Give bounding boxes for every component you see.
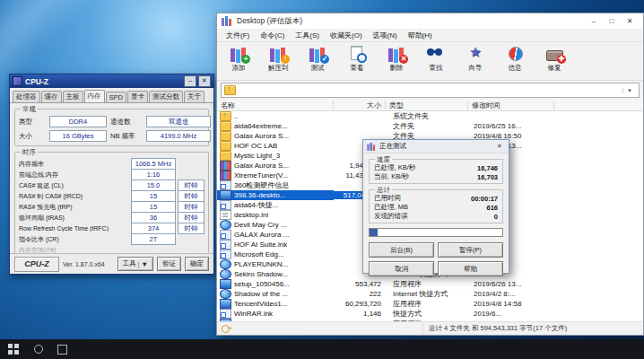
menu-item[interactable]: 收藏夹(O) — [325, 31, 368, 40]
stat-label: 已处理, MB — [374, 203, 408, 212]
file-type: 应用程序 — [386, 299, 468, 309]
cpuz-window-title: CPU-Z — [25, 77, 182, 86]
file-row[interactable]: TencentVideo1... 60,293,720 应用程序 2019/4/… — [217, 299, 643, 309]
file-row[interactable]: .. 系统文件夹 — [217, 111, 643, 121]
stat-value: 0 — [494, 213, 498, 221]
dialog-titlebar[interactable]: 正在测试 ✕ — [363, 140, 509, 153]
file-name: 398.36-deskto... — [234, 191, 285, 199]
toolbar-button[interactable]: 解压到 — [258, 43, 298, 79]
dialog-button[interactable]: 帮助 — [438, 261, 503, 276]
toolbar-button[interactable]: 删除 — [377, 43, 416, 79]
column-header[interactable]: 类型 — [386, 101, 468, 110]
tools-button[interactable]: 工具 | ▼ — [117, 257, 153, 271]
timing-label: 前端总线:内存 — [19, 171, 131, 180]
cpuz-tab[interactable]: 内存 — [84, 90, 105, 102]
toolbar-button[interactable]: 添加 — [219, 43, 258, 79]
timing-row: Row Refresh Cycle Time (tRFC) 374 时钟 — [19, 223, 205, 233]
file-modified: 2019/4/2 8:... — [468, 290, 554, 298]
taskbar-search-icon[interactable] — [27, 339, 50, 359]
folder-icon — [220, 151, 231, 161]
start-button[interactable] — [0, 339, 27, 359]
toolbar-button[interactable]: 信息 — [495, 43, 535, 79]
file-row[interactable]: setup_1050456... 553,472 应用程序 2019/6/26 … — [217, 279, 643, 289]
windows-logo-icon — [8, 344, 19, 355]
column-header[interactable]: 修改时间 — [468, 101, 554, 110]
add-icon — [227, 45, 250, 63]
file-row[interactable]: aida64extreme... 文件夹 2019/6/25 16... — [217, 121, 643, 131]
ok-button[interactable]: 确定 — [185, 257, 209, 271]
toolbar: 添加 解压到 测试 查看 删除 — [217, 42, 643, 81]
tools-button-label: 工具 — [123, 259, 136, 268]
progress-bar-fill — [370, 229, 378, 236]
chevron-down-icon[interactable]: ▼ — [622, 88, 636, 93]
file-name: desktop.ini — [234, 211, 268, 219]
dialog-button[interactable]: 后台(B) — [369, 242, 434, 258]
toolbar-button-label: 删除 — [390, 64, 404, 73]
file-type: 系统文件夹 — [386, 111, 468, 121]
dialog-button[interactable]: 取消 — [369, 261, 434, 276]
menu-item[interactable]: 命令(C) — [255, 31, 290, 40]
menu-item[interactable]: 文件(F) — [221, 31, 255, 40]
cpuz-titlebar[interactable]: CPU-Z – ✕ — [10, 74, 213, 88]
toolbar-button[interactable]: 查看 — [337, 43, 377, 79]
file-name: Galax Aurora S... — [234, 162, 289, 170]
toolbar-button-label: 信息 — [509, 64, 522, 73]
toolbar-button-label: 修复 — [548, 64, 561, 73]
lnk-icon — [220, 200, 231, 210]
dialog-buttons: 后台(B) 暂停(P) 取消 帮助 — [369, 242, 503, 276]
cpuz-tab[interactable]: 显卡 — [127, 91, 148, 102]
column-header[interactable]: 大小 — [334, 101, 386, 110]
validate-button[interactable]: 验证 — [157, 257, 181, 271]
status-bar: 总计 4 文件夹 和 594,543,331 字节(17 个文件) — [217, 321, 643, 335]
rar-icon — [220, 171, 231, 180]
stat-label: 已处理, KB/秒 — [374, 163, 415, 172]
task-view-icon[interactable] — [50, 339, 74, 359]
status-totals: 总计 4 文件夹 和 594,543,331 字节(17 个文件) — [423, 324, 643, 333]
file-name: WinRAR.lnk — [234, 310, 273, 318]
file-row[interactable]: Shadow of the ... 222 Internet 快捷方式 2019… — [217, 289, 643, 299]
dialog-button[interactable]: 暂停(P) — [438, 242, 503, 258]
menu-item[interactable]: 选项(N) — [368, 31, 403, 40]
menu-item[interactable]: 帮助(H) — [403, 31, 438, 40]
winrar-titlebar[interactable]: Desktop (评估版本) – □ ✕ — [217, 13, 643, 29]
cpuz-tab[interactable]: SPD — [106, 92, 126, 102]
toolbar-button[interactable]: 修复 — [535, 43, 574, 79]
file-name: HOF OC LAB — [234, 142, 277, 150]
cpuz-tab[interactable]: 主板 — [63, 91, 83, 102]
address-combobox[interactable]: ▼ — [221, 83, 640, 98]
cpuz-tab[interactable]: 关于 — [184, 91, 205, 102]
cpuz-tab[interactable]: 处理器 — [13, 91, 40, 102]
menu-item[interactable]: 工具(S) — [290, 31, 325, 40]
maximize-button[interactable]: □ — [603, 15, 621, 28]
cpuz-tab-strip: 处理器 缓存 主板 内存 SPD 显卡 测试分数 关于 — [10, 88, 213, 103]
timing-value: 2T — [131, 233, 176, 245]
file-name: Shadow of the ... — [234, 290, 288, 298]
lnk-icon — [220, 240, 231, 250]
minimize-button[interactable]: – — [184, 75, 196, 87]
cpuz-tab[interactable]: 缓存 — [41, 91, 62, 102]
toolbar-button-label: 测试 — [311, 64, 325, 73]
cpuz-tab[interactable]: 测试分数 — [149, 91, 183, 102]
taskbar — [0, 339, 644, 359]
column-header[interactable]: 名称 — [217, 101, 334, 110]
close-icon[interactable]: ✕ — [621, 15, 639, 28]
file-row[interactable]: WinRAR.lnk 1,146 快捷方式 2019/6... — [217, 309, 643, 319]
close-icon[interactable]: ✕ — [198, 75, 211, 87]
toolbar-button[interactable]: 向导 — [456, 43, 495, 79]
toolbar-button-label: 解压到 — [268, 64, 289, 73]
close-icon[interactable]: ✕ — [493, 141, 506, 152]
toolbar-button[interactable]: 查找 — [416, 43, 456, 79]
file-modified: 2019/6... — [468, 310, 554, 318]
timing-label: RAS# 到 CAS# (tRCD) — [19, 192, 131, 201]
file-type: Internet 快捷方式 — [386, 289, 468, 299]
minimize-button[interactable]: – — [585, 15, 603, 28]
address-bar: ▼ — [221, 83, 640, 98]
folder-icon — [220, 131, 231, 141]
stat-row: 发现的错误 0 — [374, 212, 498, 221]
stat-value: 16,746 — [477, 164, 498, 172]
file-modified: 2019/6/25 16... — [468, 122, 554, 130]
toolbar-button[interactable]: 测试 — [298, 43, 337, 79]
stat-row: 当前, KB/秒 16,703 — [374, 172, 498, 181]
timing-label: 内存频率 — [19, 160, 131, 169]
app-icon — [220, 279, 231, 289]
